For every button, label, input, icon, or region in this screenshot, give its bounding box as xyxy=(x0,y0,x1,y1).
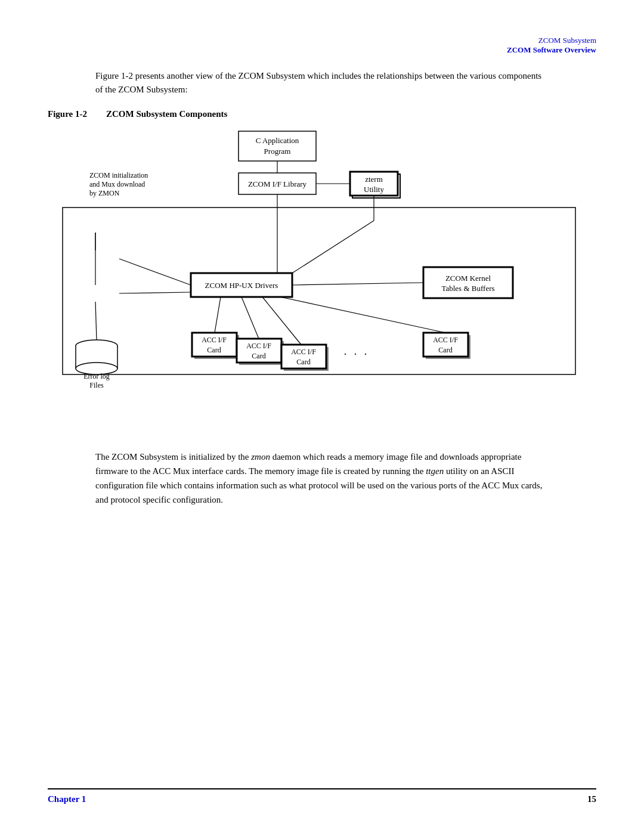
svg-text:Utility: Utility xyxy=(364,185,384,194)
svg-text:Card: Card xyxy=(252,352,265,360)
svg-text:ZCOM HP-UX Drivers: ZCOM HP-UX Drivers xyxy=(205,281,278,290)
header-line2: ZCOM Software Overview xyxy=(48,45,596,55)
svg-text:Card: Card xyxy=(207,346,221,354)
svg-text:by ZMON: by ZMON xyxy=(89,189,120,197)
svg-text:· · ·: · · · xyxy=(344,348,370,360)
svg-text:Card: Card xyxy=(296,358,310,366)
svg-text:zterm: zterm xyxy=(365,175,383,184)
svg-text:ZCOM Kernel: ZCOM Kernel xyxy=(445,274,491,283)
svg-text:Program: Program xyxy=(264,147,291,156)
svg-text:ZCOM I/F Library: ZCOM I/F Library xyxy=(248,179,307,188)
svg-text:and Mux download: and Mux download xyxy=(89,180,145,188)
figure-number: Figure 1-2 xyxy=(48,109,87,119)
footer: Chapter 1 15 xyxy=(48,788,596,804)
zcom-kernel-box xyxy=(423,267,513,298)
svg-text:Tables & Buffers: Tables & Buffers xyxy=(441,284,494,293)
svg-text:ACC I/F: ACC I/F xyxy=(433,336,458,344)
svg-text:ACC I/F: ACC I/F xyxy=(246,342,271,350)
header: ZCOM Subsystem ZCOM Software Overview xyxy=(48,36,596,55)
header-line1: ZCOM Subsystem xyxy=(48,36,596,45)
svg-text:Error log: Error log xyxy=(83,372,110,380)
svg-text:Files: Files xyxy=(89,381,104,389)
svg-text:ACC I/F: ACC I/F xyxy=(202,336,227,344)
body-text: The ZCOM Subsystem is initialized by the… xyxy=(95,450,549,507)
intro-text: Figure 1-2 presents another view of the … xyxy=(95,69,549,97)
footer-page: 15 xyxy=(587,794,596,804)
footer-chapter: Chapter 1 xyxy=(48,794,86,804)
svg-text:ACC I/F: ACC I/F xyxy=(291,348,316,356)
figure-title: ZCOM Subsystem Components xyxy=(106,109,227,119)
diagram: .box { fill: white; stroke: black; strok… xyxy=(48,125,596,435)
figure-label: Figure 1-2 ZCOM Subsystem Components xyxy=(48,109,596,119)
svg-text:Card: Card xyxy=(438,346,452,354)
svg-text:C Application: C Application xyxy=(256,136,299,145)
svg-text:ZCOM initialization: ZCOM initialization xyxy=(89,171,148,179)
